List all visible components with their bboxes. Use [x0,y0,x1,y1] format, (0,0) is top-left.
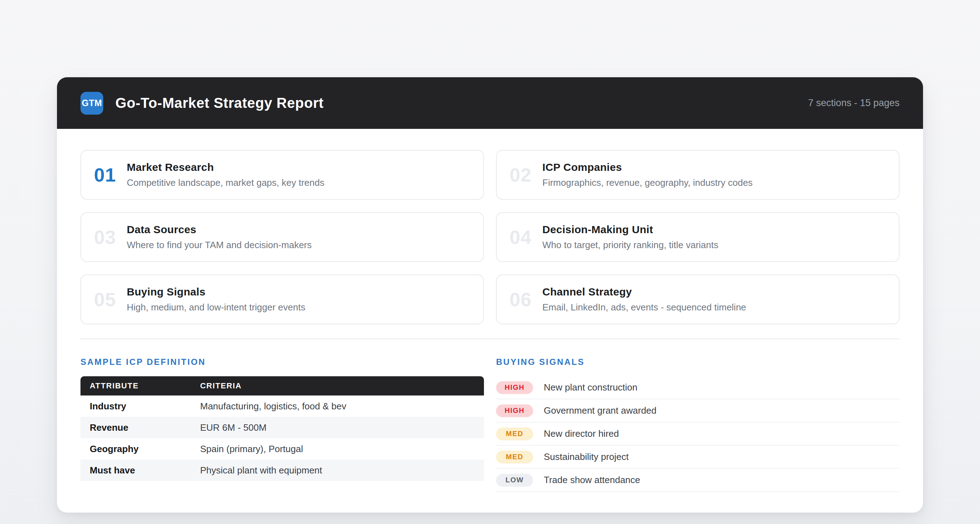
section-card-data-sources[interactable]: 03 Data Sources Where to find your TAM a… [81,212,484,262]
section-subtitle: Firmographics, revenue, geography, indus… [542,177,753,188]
section-title: Channel Strategy [542,286,746,298]
section-subtitle: Email, LinkedIn, ads, events - sequenced… [542,302,746,313]
signal-label: New director hired [544,428,619,439]
signal-label: New plant construction [544,382,638,393]
signal-item-sustainability-project: MED Sustainability project [496,446,899,469]
table-row-industry: Industry Manufacturing, logistics, food … [81,395,484,417]
content-divider [81,338,899,339]
priority-badge-high: HIGH [496,381,533,394]
report-header: GTM Go-To-Market Strategy Report 7 secti… [57,77,923,129]
section-subtitle: High, medium, and low-intent trigger eve… [127,302,305,313]
table-row-must-have: Must have Physical plant with equipment [81,460,484,481]
priority-badge-low: LOW [496,474,533,487]
section-number: 05 [94,288,127,310]
section-number: 02 [509,164,542,186]
gtm-logo-text: GTM [81,98,102,108]
section-title: Buying Signals [127,286,305,298]
criteria-cell: Physical plant with equipment [200,465,484,476]
signal-item-new-director-hired: MED New director hired [496,422,899,446]
signal-label: Government grant awarded [544,405,657,416]
section-card-text: ICP Companies Firmographics, revenue, ge… [542,161,753,188]
section-subtitle: Competitive landscape, market gaps, key … [127,177,325,188]
section-subtitle: Who to target, priority ranking, title v… [542,240,718,251]
criteria-cell: Spain (primary), Portugal [200,443,484,454]
buying-signals-heading: BUYING SIGNALS [496,357,899,367]
section-card-buying-signals[interactable]: 05 Buying Signals High, medium, and low-… [81,275,484,324]
section-cards-grid: 01 Market Research Competitive landscape… [81,150,899,324]
attribute-cell: Geography [81,443,200,454]
priority-badge-med: MED [496,451,533,464]
section-card-text: Channel Strategy Email, LinkedIn, ads, e… [542,286,746,313]
priority-badge-high: HIGH [496,404,533,417]
column-header-criteria: CRITERIA [200,381,484,391]
column-header-attribute: ATTRIBUTE [81,381,200,391]
section-card-text: Decision-Making Unit Who to target, prio… [542,224,718,251]
bottom-panels: SAMPLE ICP DEFINITION ATTRIBUTE CRITERIA… [81,357,899,492]
attribute-cell: Revenue [81,422,200,433]
criteria-cell: EUR 6M - 500M [200,422,484,433]
section-card-icp-companies[interactable]: 02 ICP Companies Firmographics, revenue,… [496,150,899,200]
table-row-revenue: Revenue EUR 6M - 500M [81,417,484,438]
signal-item-government-grant-awarded: HIGH Government grant awarded [496,399,899,422]
signal-item-trade-show-attendance: LOW Trade show attendance [496,469,899,492]
signal-label: Trade show attendance [544,475,640,486]
criteria-cell: Manufacturing, logistics, food & bev [200,401,484,412]
gtm-logo: GTM [81,92,103,114]
section-title: Decision-Making Unit [542,224,718,236]
section-card-text: Data Sources Where to find your TAM and … [127,224,312,251]
buying-signals-list: HIGH New plant construction HIGH Governm… [496,376,899,492]
icp-definition-panel: SAMPLE ICP DEFINITION ATTRIBUTE CRITERIA… [81,357,484,492]
priority-badge-med: MED [496,427,533,440]
section-title: ICP Companies [542,161,753,173]
icp-table: ATTRIBUTE CRITERIA Industry Manufacturin… [81,376,484,481]
icp-table-header: ATTRIBUTE CRITERIA [81,376,484,395]
section-number: 03 [94,226,127,248]
section-subtitle: Where to find your TAM and decision-make… [127,240,312,251]
section-card-text: Buying Signals High, medium, and low-int… [127,286,305,313]
section-number: 06 [509,288,542,310]
section-number: 01 [94,164,127,186]
section-number: 04 [509,226,542,248]
icp-table-body: Industry Manufacturing, logistics, food … [81,395,484,481]
section-title: Market Research [127,161,325,173]
section-card-channel-strategy[interactable]: 06 Channel Strategy Email, LinkedIn, ads… [496,275,899,324]
attribute-cell: Industry [81,401,200,412]
section-card-market-research[interactable]: 01 Market Research Competitive landscape… [81,150,484,200]
report-container: GTM Go-To-Market Strategy Report 7 secti… [57,77,923,513]
section-card-text: Market Research Competitive landscape, m… [127,161,325,188]
attribute-cell: Must have [81,465,200,476]
buying-signals-panel: BUYING SIGNALS HIGH New plant constructi… [496,357,899,492]
signal-label: Sustainability project [544,451,628,462]
section-title: Data Sources [127,224,312,236]
page-title: Go-To-Market Strategy Report [115,95,324,111]
sections-pages-count: 7 sections - 15 pages [808,98,899,109]
icp-panel-heading: SAMPLE ICP DEFINITION [81,357,484,367]
signal-item-new-plant-construction: HIGH New plant construction [496,376,899,399]
table-row-geography: Geography Spain (primary), Portugal [81,438,484,460]
section-card-decision-making-unit[interactable]: 04 Decision-Making Unit Who to target, p… [496,212,899,262]
report-content: 01 Market Research Competitive landscape… [57,150,923,492]
